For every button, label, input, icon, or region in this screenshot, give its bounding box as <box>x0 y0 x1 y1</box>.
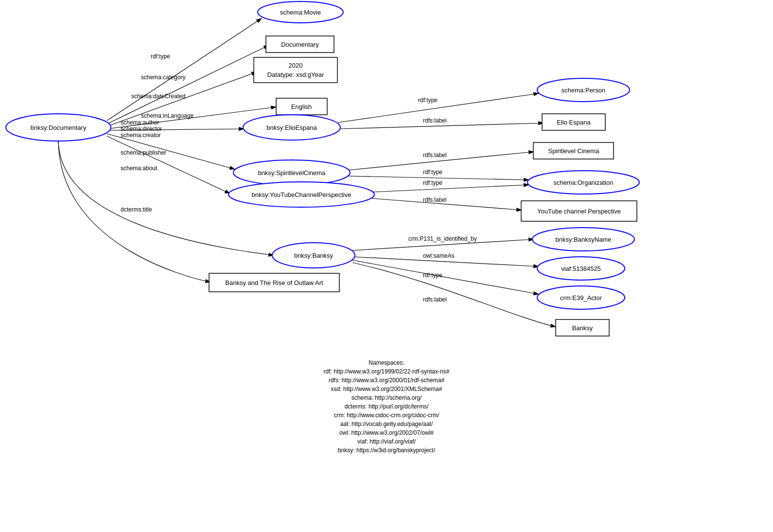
namespace-rdfs: rdfs: http://www.w3.org/2000/01/rdf-sche… <box>329 377 444 384</box>
edge-label-spirit-rdfs: rdfs:label <box>423 152 447 159</box>
edge-label-datecreated: schema:dateCreated <box>131 93 185 100</box>
edge-yt-type <box>372 185 529 192</box>
edge-label-banksy-rdfs: rdfs:label <box>423 296 447 303</box>
namespace-header: Namespaces: <box>369 359 404 366</box>
node-label-date-line2: Datatype: xsd:gYear <box>267 71 324 78</box>
node-label-bnksy-documentary: bnksy:Documentary <box>31 124 87 131</box>
namespace-owl: owl: http://www.w3.org/2002/07/owl# <box>339 429 434 436</box>
rdf-graph-svg: rdf:type schema:category schema:dateCrea… <box>0 0 773 532</box>
node-label-banksy-title: Banksy and The Rise of Outlaw Art <box>225 279 323 286</box>
node-label-documentary-rect: Documentary <box>281 41 319 48</box>
node-label-spiritlevel-rect: Spiritlevel Cinema <box>548 147 600 155</box>
edge-label-publisher: schema:publisher <box>121 149 166 156</box>
edge-yt-label <box>372 198 522 210</box>
node-label-youtube-channel: bnksy:YouTubeChannelPerspective <box>251 191 351 198</box>
edge-label-dctermstitle: dcterms:title <box>121 206 152 213</box>
edge-label-elio-type: rdf:type <box>418 97 438 104</box>
node-label-elio-espana: bnksy:ElioEspana <box>266 124 317 131</box>
node-label-banksy-name: bnksy:BanksyName <box>556 236 612 243</box>
edge-label-category: schema:category <box>141 74 185 81</box>
node-label-schema-organization: schema:Organization <box>554 179 614 186</box>
node-label-schema-person: schema:Person <box>562 87 605 94</box>
namespace-crm: crm: http://www.cidoc-crm.org/cidoc-crm/ <box>334 412 439 419</box>
edge-rdftype-movie <box>107 18 262 121</box>
node-label-banksy-rect: Banksy <box>572 324 593 332</box>
node-label-youtube-rect: YouTube channel Perspective <box>537 208 621 215</box>
namespace-aat: aat: http://vocab.getty.edu/page/aat/ <box>340 421 433 427</box>
edge-label-rdftype-movie: rdf:type <box>151 53 170 60</box>
edge-label-about: schema:about <box>121 165 158 172</box>
node-date-rect <box>254 57 337 83</box>
edge-label-banksy-viaf: owl:sameAs <box>423 252 455 259</box>
namespace-schema: schema: http://schema.org/ <box>351 394 422 401</box>
edge-label-spirit-type: rdf:type <box>423 169 442 176</box>
node-label-crm-actor: crm:E39_Actor <box>560 294 602 301</box>
edge-label-yt-type: rdf:type <box>423 179 442 186</box>
edge-label-banksy-name: crm:P131_is_identified_by <box>408 235 477 242</box>
namespace-bnksy: bnksy: https://w3id.org/banskyproject/ <box>338 447 436 454</box>
edge-label-banksy-type: rdf:type <box>423 272 442 279</box>
node-label-date-line1: 2020 <box>289 62 303 69</box>
node-label-spiritlevel-cinema: bnksy:SpiritlevelCinema <box>258 169 326 177</box>
edge-label-yt-rdfs: rdfs:label <box>423 196 447 203</box>
node-label-banksy: bnksy:Banksy <box>294 252 334 259</box>
edge-label-elio-rdfs: rdfs:label <box>423 117 447 124</box>
edge-label-inlanguage: schema:inLanguage <box>141 112 193 119</box>
node-label-viaf: viaf:51384525 <box>561 265 601 272</box>
namespace-viaf: viaf: http://viaf.org/viaf/ <box>357 438 416 445</box>
namespace-rdf: rdf: http://www.w3.org/1999/02/22-rdf-sy… <box>324 368 450 375</box>
edge-label-director: schema:director <box>121 125 162 132</box>
namespace-xsd: xsd: http://www.w3.org/2001/XMLSchema# <box>331 386 442 392</box>
node-label-schema-movie: schema:Movie <box>280 9 321 16</box>
edge-label-creator: schema:creator <box>121 132 161 139</box>
edge-banksy-label <box>352 263 556 327</box>
node-label-english: English <box>291 103 312 110</box>
namespace-dcterms: dcterms: http://purl.org/dc/terms/ <box>345 403 429 410</box>
edge-label-author: schema:author <box>121 119 159 126</box>
node-label-elio-rect: Elio Espana <box>557 119 591 126</box>
diagram-container: rdf:type schema:category schema:dateCrea… <box>0 0 773 532</box>
